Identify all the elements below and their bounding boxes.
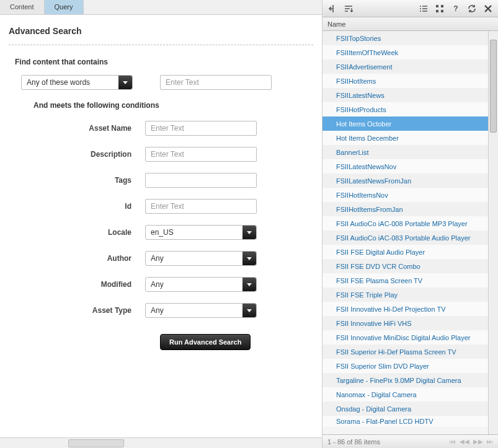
divider [9, 45, 313, 45]
chevron-down-icon [242, 304, 256, 317]
horizontal-scrollbar[interactable] [0, 437, 322, 448]
svg-point-1 [420, 8, 421, 9]
list-item[interactable]: FSIIItemOfTheWeek [322, 45, 488, 59]
tab-content[interactable]: Content [0, 0, 45, 14]
pager-prev-icon[interactable]: ◀◀ [460, 438, 469, 445]
list-item[interactable]: FSII FSE DVD VCR Combo [322, 259, 488, 273]
list-item[interactable]: FSII FSE Triple Play [322, 288, 488, 302]
list-item[interactable]: FSIILatestNews [322, 88, 488, 102]
pager-first-icon[interactable]: ⏮ [450, 438, 456, 445]
list-item[interactable]: FSIILatestNewsFromJan [322, 173, 488, 188]
label-asset-type: Asset Type [9, 306, 145, 315]
svg-point-0 [420, 6, 421, 7]
svg-rect-6 [441, 10, 443, 12]
list-item[interactable]: FSIIHotItemsFromJan [322, 202, 488, 216]
tags-input[interactable] [145, 173, 257, 188]
id-input[interactable] [145, 199, 257, 214]
pager-text: 1 - 86 of 86 items [327, 438, 380, 446]
list-item[interactable]: FSII Innovative HiFi VHS [322, 316, 488, 330]
list-item[interactable]: FSIIHotItemsNov [322, 188, 488, 202]
svg-rect-4 [441, 5, 443, 7]
list-item[interactable]: Onsdag - Digital Camera [322, 402, 488, 416]
refresh-icon[interactable] [467, 4, 477, 14]
run-advanced-search-button[interactable]: Run Advanced Search [160, 334, 251, 350]
list-item[interactable]: BannerList [322, 145, 488, 159]
list-item[interactable]: FSII Superior Slim DVD Player [322, 359, 488, 373]
column-name: Name [327, 20, 345, 28]
asset-name-input[interactable] [145, 121, 257, 136]
pager-last-icon[interactable]: ⏭ [487, 438, 493, 445]
modified-select[interactable]: Any [145, 277, 257, 292]
author-select[interactable]: Any [145, 251, 257, 266]
words-select-value: Any of these words [27, 78, 118, 87]
list-item[interactable]: FSII AudioCo iAC-083 Portable Audio Play… [322, 231, 488, 245]
vertical-scrollbar[interactable] [488, 31, 498, 434]
results-list: FSIITopStoriesFSIIItemOfTheWeekFSIIAdver… [322, 31, 488, 434]
label-id: Id [9, 202, 145, 211]
list-item[interactable]: FSIIHotProducts [322, 102, 488, 116]
list-item[interactable]: FSII AudioCo iAC-008 Portable MP3 Player [322, 216, 488, 231]
asset-type-select[interactable]: Any [145, 303, 257, 318]
results-header[interactable]: Name [322, 17, 498, 31]
help-icon[interactable]: ? [451, 4, 461, 14]
pager-next-icon[interactable]: ▶▶ [473, 438, 483, 445]
chevron-down-icon [242, 226, 256, 239]
svg-rect-3 [436, 5, 438, 7]
label-tags: Tags [9, 176, 145, 185]
label-asset-name: Asset Name [9, 124, 145, 133]
list-item[interactable]: FSII FSE Digital Audio Player [322, 245, 488, 259]
pager: 1 - 86 of 86 items ⏮ ◀◀ ▶▶ ⏭ [322, 434, 498, 448]
chevron-down-icon [242, 252, 256, 265]
list-item[interactable]: FSIIAdvertisement [322, 59, 488, 74]
list-item[interactable]: FSIITopStories [322, 31, 488, 45]
section-conditions: And meets the following conditions [33, 101, 313, 110]
asset-type-value: Any [151, 306, 164, 315]
tabs: Content Query [0, 0, 322, 15]
list-item[interactable]: FSII Superior Hi-Def Plasma Screen TV [322, 345, 488, 359]
list-item[interactable]: Targaline - FinePix 9.0MP Digital Camera [322, 373, 488, 387]
locale-select[interactable]: en_US [145, 225, 257, 240]
chevron-down-icon [242, 278, 256, 291]
locale-value: en_US [151, 228, 174, 237]
list-item[interactable]: FSII Innovative MiniDisc Digital Audio P… [322, 330, 488, 345]
results-toolbar: ? [322, 0, 498, 17]
list-item[interactable]: FSIILatestNewsNov [322, 159, 488, 173]
label-locale: Locale [9, 228, 145, 237]
author-value: Any [151, 254, 164, 263]
words-select[interactable]: Any of these words [21, 75, 133, 90]
svg-text:?: ? [453, 4, 458, 13]
close-icon[interactable] [483, 4, 493, 14]
svg-point-2 [420, 11, 421, 12]
list-item[interactable]: Nanomax - Digital Camera [322, 387, 488, 402]
list-item[interactable]: FSII Innovative Hi-Def Projection TV [322, 302, 488, 316]
sort-icon[interactable] [344, 4, 353, 14]
chevron-down-icon [118, 76, 132, 89]
list-view-icon[interactable] [419, 4, 429, 14]
list-item[interactable]: FSII FSE Plasma Screen TV [322, 273, 488, 288]
list-item[interactable]: Hot Items December [322, 131, 488, 145]
list-item[interactable]: FSIIHotItems [322, 74, 488, 88]
grid-view-icon[interactable] [435, 4, 445, 14]
label-description: Description [9, 150, 145, 159]
dock-icon[interactable] [327, 4, 337, 14]
tab-query[interactable]: Query [45, 0, 84, 14]
label-modified: Modified [9, 280, 145, 289]
label-author: Author [9, 254, 145, 263]
section-contains: Find content that contains [15, 58, 313, 66]
words-input[interactable] [160, 75, 272, 90]
page-title: Advanced Search [9, 26, 313, 36]
list-item[interactable]: Sorama - Flat-Panel LCD HDTV [322, 416, 488, 427]
description-input[interactable] [145, 147, 257, 162]
list-item[interactable]: Hot Items October [322, 116, 488, 131]
modified-value: Any [151, 280, 164, 289]
svg-rect-5 [436, 10, 438, 12]
